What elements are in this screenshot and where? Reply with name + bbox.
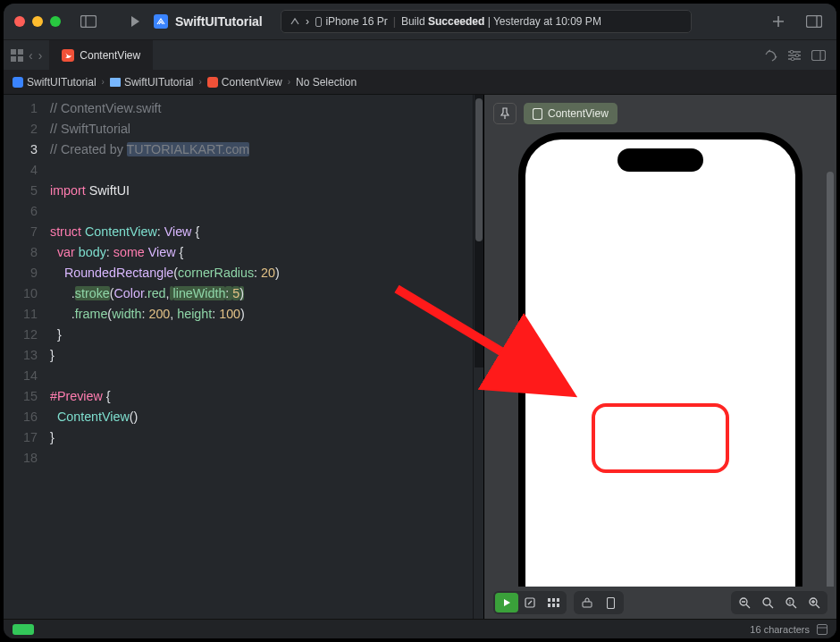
close-window-button[interactable] [14, 16, 25, 27]
preview-zoom-group: 1 [731, 591, 827, 614]
svg-rect-20 [552, 598, 555, 602]
nav-cluster: ‹ › [4, 40, 49, 70]
zoom-out-button[interactable] [733, 593, 756, 612]
device-screen [525, 139, 795, 587]
related-items-icon[interactable] [11, 49, 23, 62]
svg-rect-21 [557, 598, 559, 602]
zoom-in-button[interactable] [802, 593, 826, 612]
adjust-editor-icon[interactable] [788, 50, 801, 61]
svg-line-31 [769, 604, 773, 608]
add-button[interactable] [767, 11, 790, 32]
preview-canvas[interactable] [484, 132, 836, 587]
status-indicator[interactable] [13, 624, 34, 635]
toggle-inspectors-icon[interactable] [802, 11, 826, 32]
folder-icon [110, 78, 121, 87]
svg-rect-7 [11, 56, 16, 62]
xcode-window: SwiftUITutorial › iPhone 16 Pr | Build S… [4, 4, 836, 638]
svg-point-13 [795, 54, 799, 57]
variants-preview-button[interactable] [542, 593, 565, 612]
svg-rect-17 [533, 108, 542, 119]
selectable-preview-button[interactable] [518, 593, 542, 612]
run-button[interactable] [123, 11, 147, 32]
breadcrumb-item[interactable]: SwiftUITutorial [110, 76, 194, 89]
orientation-button[interactable] [599, 593, 622, 612]
device-settings-button[interactable] [575, 593, 599, 612]
breadcrumb-item[interactable]: ContentView [207, 76, 282, 89]
selection-info: 16 characters [750, 624, 810, 635]
line-gutter: 123456789101112131415161718 [4, 95, 50, 619]
rounded-rectangle-preview [592, 403, 729, 473]
svg-rect-26 [607, 597, 614, 608]
svg-rect-22 [548, 604, 550, 607]
svg-rect-5 [11, 49, 16, 55]
status-bar[interactable]: › iPhone 16 Pr | Build Succeeded | Yeste… [281, 10, 692, 33]
zoom-actual-button[interactable]: 1 [779, 593, 802, 612]
live-preview-button[interactable] [495, 593, 518, 612]
footer: 16 characters [4, 619, 836, 638]
svg-rect-3 [807, 16, 822, 28]
svg-rect-8 [18, 56, 23, 62]
preview-chip-label: ContentView [548, 107, 609, 120]
pin-preview-button[interactable] [493, 103, 517, 124]
svg-rect-39 [818, 624, 827, 634]
svg-rect-19 [548, 598, 550, 602]
svg-line-28 [746, 604, 750, 608]
footer-outline-icon[interactable] [817, 624, 827, 635]
svg-line-36 [816, 604, 819, 608]
nav-back-button[interactable]: ‹ [29, 48, 33, 63]
svg-point-14 [791, 57, 794, 61]
preview-pane: ContentView [483, 95, 836, 619]
svg-rect-25 [583, 602, 592, 607]
editor-layout-icon[interactable] [811, 50, 826, 61]
code-area[interactable]: // ContentView.swift// SwiftTutorial// C… [50, 95, 473, 619]
svg-rect-23 [552, 604, 555, 607]
titlebar-right [767, 11, 826, 32]
scheme-device[interactable]: › iPhone 16 Pr [290, 15, 388, 28]
minimize-window-button[interactable] [32, 16, 43, 27]
tab-label: ContentView [80, 49, 140, 62]
zoom-window-button[interactable] [50, 16, 61, 27]
titlebar: SwiftUITutorial › iPhone 16 Pr | Build S… [4, 4, 836, 39]
project-icon [154, 14, 168, 29]
preview-toolbar: 1 [484, 587, 836, 619]
content-split: 123456789101112131415161718 // ContentVi… [4, 95, 836, 619]
toggle-navigator-icon[interactable] [77, 11, 100, 32]
svg-rect-0 [81, 16, 97, 28]
preview-device-group [574, 591, 624, 614]
code-editor[interactable]: 123456789101112131415161718 // ContentVi… [4, 95, 483, 619]
refresh-icon[interactable] [765, 49, 777, 62]
dynamic-island [617, 148, 703, 172]
swift-icon [207, 77, 218, 88]
svg-point-30 [763, 598, 770, 605]
tab-right-tools [765, 40, 836, 70]
device-name: iPhone 16 Pr [325, 15, 387, 28]
device-frame [518, 132, 802, 587]
svg-point-12 [790, 50, 794, 54]
preview-target-chip[interactable]: ContentView [524, 103, 617, 124]
svg-rect-2 [316, 17, 322, 26]
breadcrumb-item[interactable]: No Selection [296, 76, 357, 89]
preview-scrollbar[interactable] [827, 172, 834, 587]
svg-rect-6 [18, 49, 23, 55]
preview-mode-group [493, 591, 567, 614]
device-icon [533, 108, 542, 120]
build-status-text: Build Succeeded | Yesterday at 10:09 PM [401, 15, 601, 28]
svg-rect-24 [557, 604, 559, 607]
tab-contentview[interactable]: ContentView [49, 40, 153, 70]
zoom-fit-button[interactable] [756, 593, 779, 612]
nav-forward-button[interactable]: › [38, 48, 43, 63]
tab-strip: ‹ › ContentView [4, 39, 836, 70]
editor-scrollbar[interactable] [475, 95, 483, 367]
project-name[interactable]: SwiftUITutorial [175, 14, 263, 29]
svg-text:1: 1 [788, 599, 791, 604]
breadcrumb[interactable]: SwiftUITutorial › SwiftUITutorial › Cont… [4, 70, 836, 95]
svg-line-33 [793, 604, 796, 608]
breadcrumb-item[interactable]: SwiftUITutorial [13, 76, 97, 89]
swift-icon [62, 49, 74, 62]
traffic-lights [14, 16, 61, 27]
preview-header: ContentView [484, 95, 836, 132]
svg-rect-15 [812, 50, 826, 60]
